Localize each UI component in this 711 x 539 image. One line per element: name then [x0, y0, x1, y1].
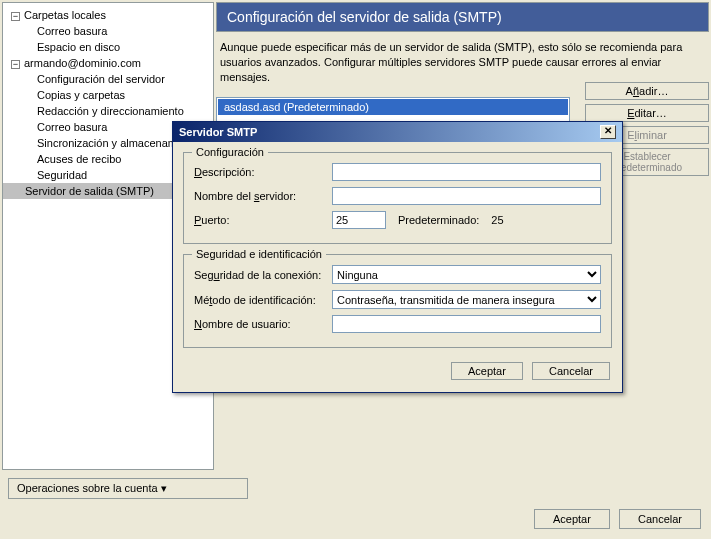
tree-item-server-settings[interactable]: Configuración del servidor	[3, 71, 213, 87]
auth-method-label: Método de identificación:	[194, 294, 332, 306]
tree-root-local[interactable]: −Carpetas locales	[3, 7, 213, 23]
dialog-titlebar[interactable]: Servidor SMTP ✕	[173, 122, 622, 142]
ok-button[interactable]: Aceptar	[534, 509, 610, 529]
description-label: Descripción:	[194, 166, 332, 178]
dialog-cancel-button[interactable]: Cancelar	[532, 362, 610, 380]
username-field[interactable]	[332, 315, 601, 333]
close-icon[interactable]: ✕	[600, 125, 616, 139]
tree-item-junk[interactable]: Correo basura	[3, 23, 213, 39]
port-field[interactable]	[332, 211, 386, 229]
account-ops-container: Operaciones sobre la cuenta ▾	[8, 478, 248, 499]
config-legend: Configuración	[192, 146, 268, 158]
port-default-label: Predeterminado:	[398, 214, 479, 226]
collapse-icon[interactable]: −	[11, 12, 20, 21]
username-label: Nombre de usuario:	[194, 318, 332, 330]
add-button[interactable]: Añadir…	[585, 82, 709, 100]
connection-security-label: Seguridad de la conexión:	[194, 269, 332, 281]
auth-method-select[interactable]: Contraseña, transmitida de manera insegu…	[332, 290, 601, 309]
dialog-ok-button[interactable]: Aceptar	[451, 362, 523, 380]
tree-item-composition[interactable]: Redacción y direccionamiento	[3, 103, 213, 119]
server-name-field[interactable]	[332, 187, 601, 205]
connection-security-select[interactable]: Ninguna	[332, 265, 601, 284]
server-name-label: Nombre del servidor:	[194, 190, 332, 202]
collapse-icon[interactable]: −	[11, 60, 20, 69]
security-legend: Seguridad e identificación	[192, 248, 326, 260]
dialog-title: Servidor SMTP	[179, 126, 257, 138]
cancel-button[interactable]: Cancelar	[619, 509, 701, 529]
port-default-value: 25	[491, 214, 503, 226]
smtp-server-dialog: Servidor SMTP ✕ Configuración Descripció…	[172, 121, 623, 393]
page-title: Configuración del servidor de salida (SM…	[216, 2, 709, 32]
account-operations-button[interactable]: Operaciones sobre la cuenta ▾	[8, 478, 248, 499]
description-field[interactable]	[332, 163, 601, 181]
port-label: Puerto:	[194, 214, 332, 226]
security-group: Seguridad e identificación Seguridad de …	[183, 254, 612, 348]
tree-root-account[interactable]: −armando@dominio.com	[3, 55, 213, 71]
edit-button[interactable]: Editar…	[585, 104, 709, 122]
tree-item-disk[interactable]: Espacio en disco	[3, 39, 213, 55]
tree-item-copies[interactable]: Copias y carpetas	[3, 87, 213, 103]
config-group: Configuración Descripción: Nombre del se…	[183, 152, 612, 244]
footer: Aceptar Cancelar	[528, 509, 701, 529]
list-item[interactable]: asdasd.asd (Predeterminado)	[218, 99, 568, 115]
